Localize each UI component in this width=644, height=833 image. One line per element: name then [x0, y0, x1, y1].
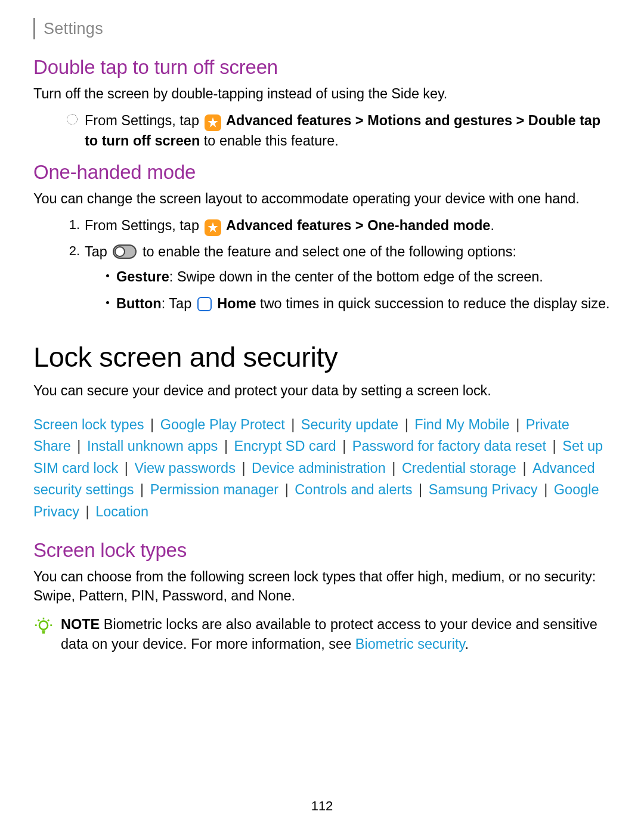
home-icon	[197, 297, 212, 311]
heading-double-tap: Double tap to turn off screen	[33, 56, 611, 79]
separator: |	[540, 482, 552, 497]
text: From Settings, tap	[85, 113, 203, 128]
home-label: Home	[217, 296, 256, 311]
separator: |	[512, 417, 524, 432]
separator: |	[82, 504, 93, 519]
toc-link[interactable]: View passwords	[135, 460, 236, 476]
text: From Settings, tap	[85, 218, 203, 233]
text: One-handed mode	[367, 218, 490, 233]
text: Advanced features	[226, 218, 351, 233]
sub-bullet-button: Button: Tap Home two times in quick succ…	[106, 294, 611, 313]
text: : Tap	[162, 296, 196, 311]
step-double-tap: From Settings, tap Advanced features > M…	[67, 111, 611, 150]
note-label: NOTE	[61, 617, 100, 632]
desc-one-handed: You can change the screen layout to acco…	[33, 190, 611, 209]
separator: |	[415, 482, 426, 497]
toc-link[interactable]: Security update	[301, 417, 398, 432]
lightbulb-icon	[33, 616, 54, 636]
svg-point-0	[39, 621, 48, 630]
step-1: 1. From Settings, tap Advanced features …	[67, 216, 611, 236]
svg-line-4	[38, 620, 39, 621]
separator: |	[120, 460, 132, 476]
dot-icon	[106, 301, 109, 304]
step-number: 1.	[67, 216, 80, 234]
toc-link[interactable]: Credential storage	[402, 460, 516, 476]
note-text: Biometric locks are also available to pr…	[61, 617, 597, 652]
desc-lock-security: You can secure your device and protect y…	[33, 382, 611, 401]
separator: |	[401, 417, 412, 432]
toc-link[interactable]: Screen lock types	[33, 417, 144, 432]
text: two times in quick succession to reduce …	[256, 296, 610, 311]
separator: |	[146, 417, 157, 432]
separator: |	[287, 417, 299, 432]
text: >	[512, 113, 528, 128]
toc-link[interactable]: Install unknown apps	[87, 438, 218, 454]
heading-lock-security: Lock screen and security	[33, 340, 611, 373]
toc-link[interactable]: Location	[95, 504, 148, 519]
separator: |	[339, 438, 350, 454]
label: Gesture	[116, 269, 169, 284]
bullet-icon	[67, 114, 78, 125]
toc-link[interactable]: Permission manager	[150, 482, 279, 497]
svg-line-5	[48, 620, 49, 621]
dot-icon	[106, 274, 109, 277]
page-header: Settings	[33, 18, 611, 39]
text: .	[465, 636, 469, 652]
sub-bullet-gesture: Gesture: Swipe down in the center of the…	[106, 267, 611, 286]
advanced-features-icon	[205, 114, 221, 131]
text: to enable the feature and select one of …	[143, 244, 516, 259]
header-title: Settings	[44, 20, 103, 38]
toc-link[interactable]: Google Play Protect	[160, 417, 285, 432]
toggle-icon	[113, 244, 137, 259]
toc-link[interactable]: Samsung Privacy	[429, 482, 538, 497]
advanced-features-icon	[205, 219, 221, 236]
text: Motions and gestures	[367, 113, 512, 128]
heading-screen-lock-types: Screen lock types	[33, 539, 611, 562]
text: to enable this feature.	[200, 133, 339, 148]
separator: |	[388, 460, 400, 476]
toc-link[interactable]: Device administration	[252, 460, 386, 476]
text: >	[351, 113, 367, 128]
separator: |	[549, 438, 560, 454]
toc-link[interactable]: Controls and alerts	[295, 482, 412, 497]
separator: |	[519, 460, 530, 476]
text: : Swipe down in the center of the bottom…	[169, 269, 543, 284]
toc-link[interactable]: Password for factory data reset	[352, 438, 546, 454]
page-number: 112	[0, 798, 644, 814]
header-bar	[33, 18, 35, 39]
text: .	[490, 218, 494, 233]
label: Button	[116, 296, 162, 311]
toc-links: Screen lock types | Google Play Protect …	[33, 414, 611, 522]
note-block: NOTE Biometric locks are also available …	[33, 615, 611, 654]
toc-link[interactable]: Encrypt SD card	[234, 438, 336, 454]
text: Tap	[85, 244, 111, 259]
separator: |	[136, 482, 147, 497]
separator: |	[73, 438, 85, 454]
separator: |	[281, 482, 292, 497]
separator: |	[220, 438, 231, 454]
desc-screen-lock-types: You can choose from the following screen…	[33, 568, 611, 605]
heading-one-handed: One-handed mode	[33, 161, 611, 184]
step-2: 2. Tap to enable the feature and select …	[67, 242, 611, 320]
separator: |	[238, 460, 249, 476]
toc-link[interactable]: Find My Mobile	[414, 417, 509, 432]
text: Advanced features	[226, 113, 351, 128]
text: >	[351, 218, 367, 233]
step-number: 2.	[67, 242, 80, 261]
desc-double-tap: Turn off the screen by double-tapping in…	[33, 85, 611, 104]
link-biometric-security[interactable]: Biometric security	[355, 636, 465, 652]
